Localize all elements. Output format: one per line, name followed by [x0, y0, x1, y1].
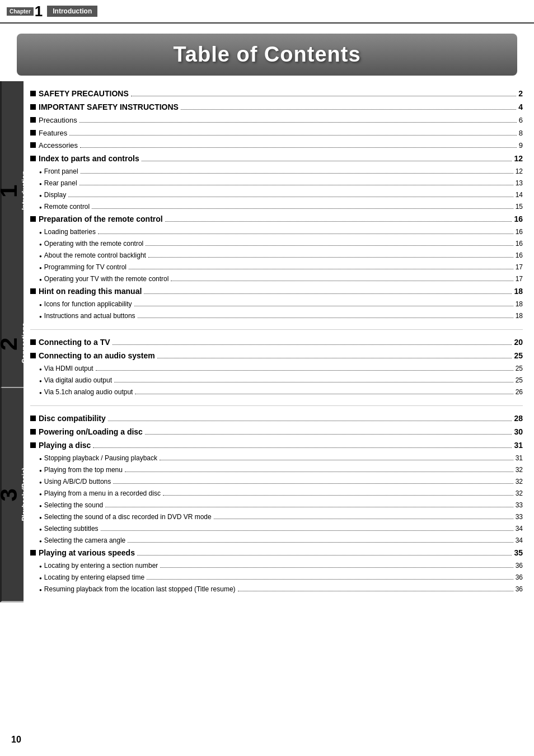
- toc-dots: [145, 434, 512, 435]
- toc-entry-title: Disc compatibility: [39, 413, 106, 424]
- toc-page-number: 25: [516, 363, 523, 374]
- toc-dots: [214, 519, 513, 519]
- list-item: Hint on reading this manual18: [30, 286, 523, 297]
- toc-page-number: 8: [519, 128, 523, 139]
- bullet-square: [30, 288, 36, 294]
- list-item: Index to parts and controls12: [30, 153, 523, 165]
- bullet-square: [30, 353, 36, 358]
- toc-dots: [69, 135, 516, 136]
- toc-dots: [68, 197, 513, 197]
- bullet-square: [30, 130, 36, 136]
- toc-entry-title: Display: [39, 190, 66, 200]
- toc-page-number: 28: [514, 413, 523, 424]
- toc-dots: [92, 208, 513, 209]
- list-item: Preparation of the remote control16: [30, 213, 523, 225]
- chapter-sidebar: 1 Introduction 2 Connections 3 Playback …: [0, 81, 24, 603]
- toc-dots: [81, 173, 513, 174]
- list-item: Locating by entering a section number36: [30, 561, 523, 571]
- bullet-square: [30, 142, 36, 148]
- list-item: About the remote control backlight16: [30, 250, 523, 260]
- list-item: Instructions and actual buttons18: [30, 311, 523, 321]
- toc-page-number: 33: [516, 512, 523, 522]
- toc-entry-title: Accessories: [39, 140, 78, 151]
- toc-dots: [148, 257, 513, 258]
- toc-dots: [101, 530, 513, 531]
- toc-dots: [114, 382, 513, 382]
- toc-entry-title: Front panel: [39, 166, 78, 176]
- toc-entry-title: Via 5.1ch analog audio output: [39, 387, 133, 397]
- toc-page-number: 12: [516, 166, 523, 176]
- chapter-tab-3: 3 Playback (Basic): [0, 388, 24, 603]
- toc-dots: [108, 421, 512, 421]
- toc-entry-title: Locating by entering elapsed time: [39, 572, 144, 582]
- toc-page-number: 15: [516, 202, 523, 212]
- toc-page-number: 14: [516, 190, 523, 200]
- list-item: Connecting to a TV20: [30, 337, 523, 348]
- list-item: Using A/B/C/D buttons32: [30, 477, 523, 487]
- chapter-number: 1: [35, 4, 43, 18]
- bullet-square: [30, 429, 36, 435]
- toc-dots: [181, 109, 516, 110]
- toc-page-number: 18: [516, 299, 523, 309]
- toc-dots: [113, 483, 513, 484]
- toc-page-number: 36: [516, 584, 523, 594]
- list-item: Playing a disc31: [30, 440, 523, 451]
- toc-page-number: 13: [516, 178, 523, 188]
- toc-entry-title: Selecting the camera angle: [39, 535, 125, 545]
- toc-page-number: 35: [514, 547, 523, 559]
- toc-page-number: 17: [516, 262, 523, 272]
- content-area: 1 Introduction 2 Connections 3 Playback …: [0, 81, 534, 603]
- list-item: Features8: [30, 128, 523, 139]
- page-title: Table of Contents: [28, 43, 506, 67]
- list-item: Playing from the top menu32: [30, 465, 523, 475]
- toc-dots: [137, 555, 512, 556]
- list-item: Selecting the camera angle34: [30, 535, 523, 545]
- toc-entry-title: Connecting to a TV: [39, 337, 110, 348]
- list-item: Selecting the sound33: [30, 500, 523, 510]
- list-item: Playing from a menu in a recorded disc32: [30, 488, 523, 498]
- title-banner: Table of Contents: [17, 34, 517, 76]
- chapter-3-num: 3: [0, 489, 21, 502]
- list-item: Accessories9: [30, 140, 523, 151]
- list-item: Playing at various speeds35: [30, 547, 523, 559]
- toc-page-number: 36: [516, 572, 523, 582]
- toc-dots: [125, 472, 513, 472]
- toc-entry-title: Locating by entering a section number: [39, 561, 158, 571]
- toc-page-number: 12: [514, 153, 523, 165]
- toc-page-number: 20: [514, 337, 523, 348]
- chapter-2-num: 2: [0, 337, 21, 350]
- bullet-square: [30, 216, 36, 222]
- toc-dots: [147, 579, 513, 580]
- toc-entry-title: Preparation of the remote control: [39, 213, 163, 225]
- toc-dots: [144, 293, 512, 294]
- toc-entry-title: Selecting the sound: [39, 500, 103, 510]
- list-item: Operating your TV with the remote contro…: [30, 274, 523, 284]
- list-item: Disc compatibility28: [30, 413, 523, 424]
- toc-entry-title: Features: [39, 128, 67, 139]
- toc-entry-title: Selecting the sound of a disc recorded i…: [39, 512, 212, 522]
- toc-dots: [105, 507, 513, 507]
- toc-dots: [128, 542, 513, 543]
- toc-entry-title: Connecting to an audio system: [39, 350, 155, 362]
- bullet-square: [30, 156, 36, 161]
- chapter-3-label: Playback (Basic): [21, 468, 29, 521]
- list-item: SAFETY PRECAUTIONS2: [30, 88, 523, 100]
- toc-dots: [157, 358, 512, 358]
- toc-page-number: 25: [514, 350, 523, 362]
- toc-dots: [93, 447, 512, 448]
- page-footer: 10: [11, 735, 21, 745]
- toc-page-number: 31: [514, 440, 523, 451]
- list-item: Programming for TV control17: [30, 262, 523, 272]
- toc-entry-title: Powering on/Loading a disc: [39, 426, 143, 438]
- toc-section-2: Connecting to a TV20Connecting to an aud…: [30, 330, 523, 406]
- toc-dots: [165, 221, 512, 222]
- intro-label: Introduction: [47, 6, 97, 17]
- toc-dots: [79, 122, 517, 123]
- list-item: Powering on/Loading a disc30: [30, 426, 523, 438]
- bullet-square: [30, 339, 36, 345]
- toc-page-number: 17: [516, 274, 523, 284]
- toc-entry-title: SAFETY PRECAUTIONS: [39, 88, 129, 100]
- toc-entry-title: Playing from the top menu: [39, 465, 123, 475]
- toc-entry-title: About the remote control backlight: [39, 250, 146, 260]
- toc-dots: [138, 318, 513, 318]
